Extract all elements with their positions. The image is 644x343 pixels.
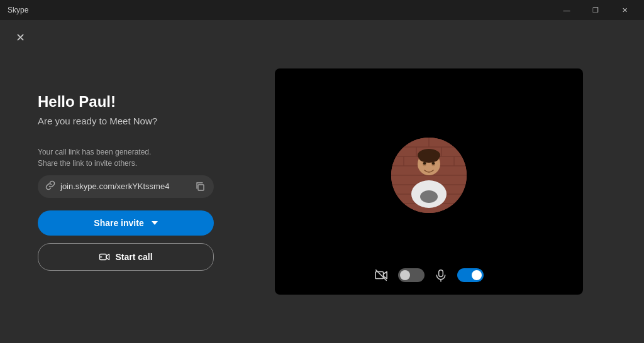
greeting-heading: Hello Paul! bbox=[38, 93, 214, 111]
audio-toggle-on[interactable] bbox=[457, 268, 484, 282]
link-chain-icon bbox=[45, 180, 55, 192]
video-camera-icon bbox=[99, 251, 110, 263]
close-panel-button[interactable]: ✕ bbox=[10, 28, 30, 48]
call-link-info-line2: Share the link to invite others. bbox=[38, 159, 137, 168]
call-link-text: join.skype.com/xerkYKtssme4 bbox=[60, 182, 189, 191]
close-panel-icon: ✕ bbox=[16, 31, 25, 45]
subtitle-text: Are you ready to Meet Now? bbox=[38, 116, 214, 126]
user-avatar bbox=[391, 138, 467, 213]
close-window-icon: ✕ bbox=[622, 6, 628, 14]
video-controls-bar bbox=[374, 268, 484, 282]
svg-rect-0 bbox=[198, 185, 204, 190]
copy-link-button[interactable] bbox=[194, 180, 206, 193]
svg-point-27 bbox=[423, 162, 426, 165]
minimize-button[interactable]: — bbox=[552, 0, 581, 20]
share-invite-button[interactable]: Share invite bbox=[38, 210, 214, 236]
title-bar: Skype — ❐ ✕ bbox=[0, 0, 644, 20]
start-call-label: Start call bbox=[115, 252, 152, 262]
minimize-icon: — bbox=[564, 6, 570, 14]
svg-rect-31 bbox=[439, 270, 443, 277]
call-link-row: join.skype.com/xerkYKtssme4 bbox=[38, 175, 214, 198]
svg-point-22 bbox=[419, 153, 439, 163]
svg-point-24 bbox=[420, 190, 438, 203]
main-content: ✕ Hello Paul! Are you ready to Meet Now?… bbox=[0, 20, 644, 343]
close-window-button[interactable]: ✕ bbox=[610, 0, 639, 20]
restore-button[interactable]: ❐ bbox=[581, 0, 610, 20]
camera-toggle-button[interactable] bbox=[374, 268, 388, 282]
window-controls: — ❐ ✕ bbox=[552, 0, 639, 20]
mic-button[interactable] bbox=[435, 268, 447, 282]
right-panel bbox=[252, 56, 644, 307]
microphone-icon bbox=[435, 268, 447, 282]
call-link-info-line1: Your call link has been generated. bbox=[38, 148, 151, 156]
video-preview bbox=[275, 68, 583, 295]
app-title: Skype bbox=[8, 6, 28, 14]
start-call-button[interactable]: Start call bbox=[38, 243, 214, 271]
camera-off-icon bbox=[374, 268, 388, 282]
chevron-down-icon bbox=[152, 221, 158, 225]
svg-point-28 bbox=[432, 162, 435, 165]
left-panel: Hello Paul! Are you ready to Meet Now? Y… bbox=[0, 68, 252, 296]
share-invite-label: Share invite bbox=[94, 218, 143, 228]
call-link-info: Your call link has been generated. Share… bbox=[38, 146, 214, 169]
video-toggle-off[interactable] bbox=[398, 268, 425, 282]
restore-icon: ❐ bbox=[592, 6, 599, 14]
